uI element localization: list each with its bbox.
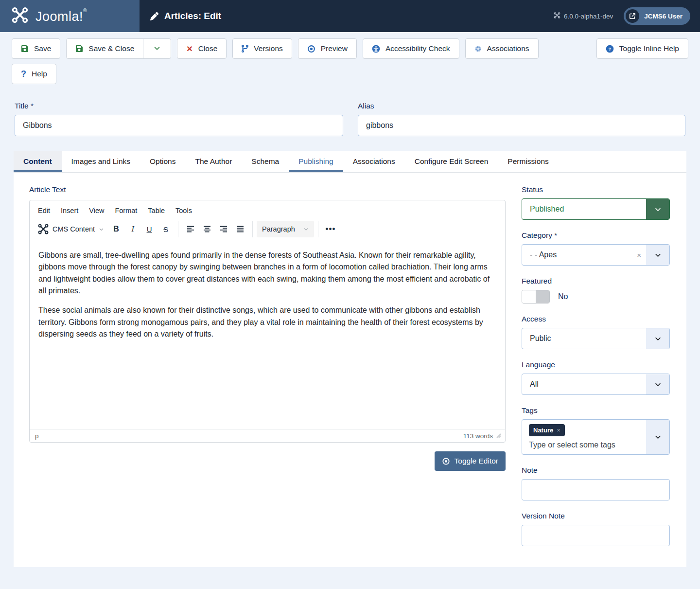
bold-button[interactable]: B bbox=[108, 221, 124, 237]
access-field: Access Public bbox=[522, 315, 670, 349]
tab-schema[interactable]: Schema bbox=[242, 151, 289, 172]
align-right-button[interactable] bbox=[215, 221, 232, 237]
note-input[interactable] bbox=[522, 479, 670, 500]
tab-permissions[interactable]: Permissions bbox=[498, 151, 558, 172]
eye-icon bbox=[442, 457, 450, 465]
align-left-icon bbox=[187, 226, 194, 232]
chevron-down-icon bbox=[303, 227, 309, 232]
strikethrough-button[interactable]: S bbox=[158, 221, 174, 237]
toolbar: Save Save & Close ✕ Close Versions bbox=[0, 32, 700, 84]
save-button[interactable]: Save bbox=[12, 38, 60, 59]
access-select[interactable]: Public bbox=[522, 328, 670, 349]
toggle-inline-help-label: Toggle Inline Help bbox=[619, 44, 679, 53]
save-icon bbox=[75, 45, 83, 53]
editor-statusbar: p 113 words bbox=[30, 429, 505, 442]
tab-options[interactable]: Options bbox=[140, 151, 185, 172]
chevron-down-icon bbox=[646, 245, 669, 265]
chevron-down-icon bbox=[646, 420, 669, 454]
cms-content-group: CMS Content bbox=[34, 221, 108, 237]
paragraph-style-dropdown[interactable]: Paragraph bbox=[257, 221, 314, 237]
editor-content-area[interactable]: Gibbons are small, tree-dwelling apes fo… bbox=[30, 242, 505, 429]
category-select[interactable]: - - Apes × bbox=[522, 244, 670, 266]
chevron-down-icon bbox=[646, 199, 669, 219]
accessibility-icon bbox=[372, 45, 380, 53]
help-button[interactable]: ? Help bbox=[12, 64, 56, 84]
align-right-icon bbox=[220, 226, 228, 232]
close-x-icon: ✕ bbox=[186, 44, 192, 54]
menu-view[interactable]: View bbox=[85, 205, 108, 216]
chevron-down-icon bbox=[99, 227, 104, 232]
save-close-button[interactable]: Save & Close bbox=[67, 39, 143, 58]
tags-field: Tags Nature × Type or select some tags bbox=[522, 406, 670, 455]
edit-form-card: Content Images and Links Options The Aut… bbox=[14, 151, 686, 567]
admin-header: Joomla!® Articles: Edit bbox=[0, 0, 700, 32]
underline-button[interactable]: U bbox=[141, 221, 158, 237]
align-justify-button[interactable] bbox=[232, 221, 248, 237]
tags-select[interactable]: Nature × Type or select some tags bbox=[522, 419, 670, 455]
preview-button[interactable]: Preview bbox=[298, 38, 357, 59]
associations-button[interactable]: Associations bbox=[465, 38, 539, 59]
alias-input[interactable] bbox=[358, 115, 685, 136]
tab-the-author[interactable]: The Author bbox=[185, 151, 242, 172]
editor-toolbar: CMS Content B I U S bbox=[30, 218, 505, 242]
more-tools-button[interactable]: ••• bbox=[322, 221, 339, 237]
page-title: Articles: Edit bbox=[164, 11, 221, 21]
chevron-down-icon bbox=[646, 374, 669, 394]
clear-category-icon[interactable]: × bbox=[637, 245, 646, 265]
align-left-button[interactable] bbox=[182, 221, 199, 237]
user-menu-button[interactable]: JCMS6 User bbox=[624, 7, 690, 25]
header-main: Articles: Edit bbox=[140, 0, 700, 32]
accessibility-check-button[interactable]: Accessibility Check bbox=[363, 38, 459, 59]
align-center-icon bbox=[203, 226, 211, 232]
joomla-logo[interactable]: Joomla!® bbox=[0, 0, 140, 32]
save-label: Save bbox=[34, 44, 51, 53]
code-branch-icon bbox=[242, 45, 248, 53]
versions-button[interactable]: Versions bbox=[232, 38, 292, 59]
paragraph-style-group: Paragraph bbox=[257, 221, 314, 237]
user-label: JCMS6 User bbox=[644, 13, 682, 20]
cms-content-dropdown[interactable]: CMS Content bbox=[34, 221, 108, 237]
menu-edit[interactable]: Edit bbox=[34, 205, 54, 216]
help-label: Help bbox=[32, 70, 47, 78]
menu-insert[interactable]: Insert bbox=[56, 205, 83, 216]
italic-button[interactable]: I bbox=[124, 221, 141, 237]
menu-table[interactable]: Table bbox=[143, 205, 169, 216]
status-field: Status Published bbox=[522, 185, 670, 220]
versions-label: Versions bbox=[254, 44, 282, 53]
menu-format[interactable]: Format bbox=[110, 205, 141, 216]
status-label: Status bbox=[522, 185, 670, 194]
tags-placeholder[interactable]: Type or select some tags bbox=[529, 441, 639, 449]
access-label: Access bbox=[522, 315, 670, 323]
version-note-input[interactable] bbox=[522, 525, 670, 546]
word-count[interactable]: 113 words bbox=[463, 432, 493, 440]
toolbar-row-1: Save Save & Close ✕ Close Versions bbox=[12, 38, 688, 59]
toggle-inline-help-button[interactable]: ? Toggle Inline Help bbox=[596, 38, 688, 59]
associations-label: Associations bbox=[487, 44, 529, 53]
article-editor-column: Article Text Edit Insert View Format Tab… bbox=[29, 185, 506, 557]
featured-toggle[interactable] bbox=[522, 290, 550, 303]
featured-field: Featured No bbox=[522, 277, 670, 303]
resize-grip[interactable] bbox=[496, 433, 501, 438]
note-label: Note bbox=[522, 466, 670, 475]
title-input[interactable] bbox=[15, 115, 343, 136]
close-button[interactable]: ✕ Close bbox=[177, 38, 227, 59]
save-close-label: Save & Close bbox=[88, 44, 134, 53]
chevron-down-icon bbox=[646, 328, 669, 349]
align-center-button[interactable] bbox=[199, 221, 215, 237]
menu-tools[interactable]: Tools bbox=[171, 205, 196, 216]
tab-publishing[interactable]: Publishing bbox=[289, 151, 343, 172]
tab-content[interactable]: Content bbox=[14, 151, 62, 172]
toggle-editor-button[interactable]: Toggle Editor bbox=[435, 451, 506, 471]
paragraph-style-value: Paragraph bbox=[262, 225, 295, 233]
align-group bbox=[182, 221, 248, 237]
element-path[interactable]: p bbox=[35, 432, 39, 440]
remove-tag-icon[interactable]: × bbox=[557, 427, 560, 434]
language-select[interactable]: All bbox=[522, 374, 670, 395]
status-select[interactable]: Published bbox=[522, 198, 670, 220]
language-field: Language All bbox=[522, 360, 670, 395]
tab-images-and-links[interactable]: Images and Links bbox=[62, 151, 140, 172]
category-label: Category * bbox=[522, 231, 670, 240]
save-options-dropdown[interactable] bbox=[143, 39, 171, 58]
tab-associations[interactable]: Associations bbox=[343, 151, 405, 172]
tab-configure-edit-screen[interactable]: Configure Edit Screen bbox=[405, 151, 498, 172]
